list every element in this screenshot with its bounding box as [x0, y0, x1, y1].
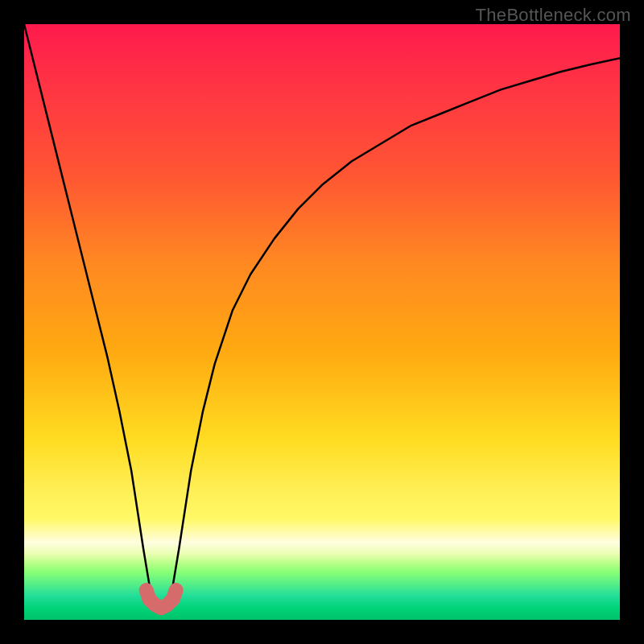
chart-container: TheBottleneck.com [0, 0, 644, 644]
minimum-marker [147, 590, 176, 608]
plot-area [24, 24, 620, 620]
bottleneck-curve [24, 24, 620, 608]
watermark-text: TheBottleneck.com [476, 5, 631, 26]
curve-layer [24, 24, 620, 620]
